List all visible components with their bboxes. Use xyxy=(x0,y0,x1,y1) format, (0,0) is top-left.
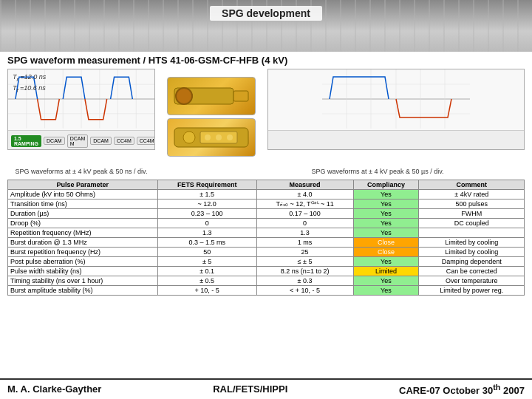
table-row: Burst duration @ 1.3 MHz0.3 – 1.5 ms1 ms… xyxy=(8,238,525,248)
cell-compliancy: Yes xyxy=(353,190,419,200)
cell-compliancy: Yes xyxy=(353,209,419,219)
content-area: SPG waveform measurement / HTS 41-06-GSM… xyxy=(0,52,532,377)
cell-parameter: Post pulse aberration (%) xyxy=(8,257,158,267)
pulse-parameter-table: Pulse Parameter FETS Requirement Measure… xyxy=(7,180,525,296)
waveform-chart-left: Tr =12.0 ns Tf =10.6 ns 1.5 RAMPING DCAM… xyxy=(7,69,155,150)
cell-fets: ~ 12.0 xyxy=(157,200,256,209)
footer-right: CARE-07 October 30th 2007 xyxy=(399,383,525,396)
cell-fets: 0.23 – 100 xyxy=(157,209,256,219)
cell-comment: Limited by power reg. xyxy=(419,286,525,296)
btn-cc4m2: CC4M xyxy=(137,137,155,145)
cell-fets: ± 0.5 xyxy=(157,276,256,286)
cell-compliancy: Yes xyxy=(353,286,419,296)
cell-comment xyxy=(419,228,525,238)
cell-comment: 500 pulses xyxy=(419,200,525,209)
footer-left: M. A. Clarke-Gayther xyxy=(7,383,101,395)
cell-compliancy: Limited xyxy=(353,267,419,276)
table-row: Burst amplitude stability (%)+ 10, - 5< … xyxy=(8,286,525,296)
cell-measured: 0.17 – 100 xyxy=(256,209,353,219)
table-row: Pulse width stability (ns)± 0.18.2 ns (n… xyxy=(8,267,525,276)
cell-fets: ± 1.5 xyxy=(157,190,256,200)
cell-fets: + 10, - 5 xyxy=(157,286,256,296)
cell-parameter: Transition time (ns) xyxy=(8,200,158,209)
svg-rect-11 xyxy=(174,88,233,104)
btn-dcam1: DCAM xyxy=(44,137,65,145)
svg-point-16 xyxy=(183,132,195,143)
svg-rect-14 xyxy=(233,91,248,101)
cell-fets: 0.3 – 1.5 ms xyxy=(157,238,256,248)
cell-measured: 0 xyxy=(256,219,353,228)
btn-cc4m1: CC4M xyxy=(114,137,134,145)
cell-parameter: Burst repetition frequency (Hz) xyxy=(8,248,158,257)
main-row: Tr =12.0 ns Tf =10.6 ns 1.5 RAMPING DCAM… xyxy=(7,69,525,371)
cell-fets: ± 5 xyxy=(157,257,256,267)
cell-comment: Over temperature xyxy=(419,276,525,286)
cell-comment: Damping dependent xyxy=(419,257,525,267)
col-header-measured: Measured xyxy=(256,180,353,190)
cell-parameter: Duration (µs) xyxy=(8,209,158,219)
table-row: Timing stability (ns over 1 hour)± 0.5± … xyxy=(8,276,525,286)
btn-dcam2: DCAM M xyxy=(67,134,89,148)
cell-compliancy: Yes xyxy=(353,219,419,228)
col-header-compliancy: Compliancy xyxy=(353,180,419,190)
col-header-parameter: Pulse Parameter xyxy=(8,180,158,190)
cell-measured: ≤ ± 5 xyxy=(256,257,353,267)
cell-measured: ± 0.3 xyxy=(256,276,353,286)
cell-measured: 8.2 ns (n=1 to 2) xyxy=(256,267,353,276)
cell-fets: 1.3 xyxy=(157,228,256,238)
cell-parameter: Amplitude (kV into 50 Ohms) xyxy=(8,190,158,200)
waveform-buttons: 1.5 RAMPING DCAM DCAM M DCAM CC4M CC4M xyxy=(8,130,154,150)
table-row: Transition time (ns)~ 12.0Tᵣᵢₛ₀ ~ 12, Tᴳ… xyxy=(8,200,525,209)
svg-point-13 xyxy=(182,92,189,100)
cell-measured: < + 10, - 5 xyxy=(256,286,353,296)
waveform-left-caption: SPG waveforms at ± 4 kV peak & 50 ns / d… xyxy=(7,168,155,175)
cell-parameter: Repetition frequency (MHz) xyxy=(8,228,158,238)
table-row: Duration (µs)0.23 – 1000.17 – 100YesFWHM xyxy=(8,209,525,219)
cell-measured: Tᵣᵢₛ₀ ~ 12, Tᴳᵊᴸ ~ 11 xyxy=(256,200,353,209)
cell-comment: FWHM xyxy=(419,209,525,219)
svg-point-12 xyxy=(179,89,192,103)
waveform-tr-label: Tr =12.0 ns Tf =10.6 ns xyxy=(13,72,46,95)
footer-center: RAL/FETS/HIPPI xyxy=(213,383,287,395)
page-subtitle: SPG waveform measurement / HTS 41-06-GSM… xyxy=(7,55,525,66)
cell-comment: ± 4kV rated xyxy=(419,190,525,200)
cell-comment: DC coupled xyxy=(419,219,525,228)
cell-compliancy: Yes xyxy=(353,200,419,209)
header-title: SPG development xyxy=(210,6,322,21)
cell-fets: 0 xyxy=(157,219,256,228)
col-header-fets: FETS Requirement xyxy=(157,180,256,190)
cell-measured: 1 ms xyxy=(256,238,353,248)
cell-compliancy: Yes xyxy=(353,228,419,238)
waveform-chart-right xyxy=(267,69,525,150)
cell-measured: 1.3 xyxy=(256,228,353,238)
page-wrapper: SPG development SPG waveform measurement… xyxy=(0,0,532,399)
cell-measured: ± 4.0 xyxy=(256,190,353,200)
btn-dcam3: DCAM xyxy=(90,137,112,145)
connector-images xyxy=(160,69,263,165)
data-table-wrapper: Pulse Parameter FETS Requirement Measure… xyxy=(7,180,525,296)
table-row: Amplitude (kV into 50 Ohms)± 1.5± 4.0Yes… xyxy=(8,190,525,200)
btn-ramping: 1.5 RAMPING xyxy=(11,135,41,147)
cell-parameter: Timing stability (ns over 1 hour) xyxy=(8,276,158,286)
cell-compliancy: Yes xyxy=(353,276,419,286)
connector-img-1 xyxy=(167,77,256,115)
table-row: Burst repetition frequency (Hz)5025Close… xyxy=(8,248,525,257)
cell-compliancy: Close xyxy=(353,238,419,248)
cell-fets: 50 xyxy=(157,248,256,257)
header-image: SPG development xyxy=(0,0,532,52)
cell-measured: 25 xyxy=(256,248,353,257)
table-row: Repetition frequency (MHz)1.31.3Yes xyxy=(8,228,525,238)
svg-point-20 xyxy=(227,134,233,140)
svg-point-18 xyxy=(205,134,211,140)
svg-point-19 xyxy=(216,134,222,140)
cell-fets: ± 0.1 xyxy=(157,267,256,276)
table-row: Droop (%)00YesDC coupled xyxy=(8,219,525,228)
cell-compliancy: Close xyxy=(353,248,419,257)
cell-compliancy: Yes xyxy=(353,257,419,267)
footer: M. A. Clarke-Gayther RAL/FETS/HIPPI CARE… xyxy=(0,378,532,399)
waveform-right-caption: SPG waveforms at ± 4 kV peak & 50 µs / d… xyxy=(231,168,525,175)
connector-img-2 xyxy=(167,118,256,157)
col-header-comment: Comment xyxy=(419,180,525,190)
waveform-buttons-right xyxy=(268,130,524,150)
cell-parameter: Pulse width stability (ns) xyxy=(8,267,158,276)
